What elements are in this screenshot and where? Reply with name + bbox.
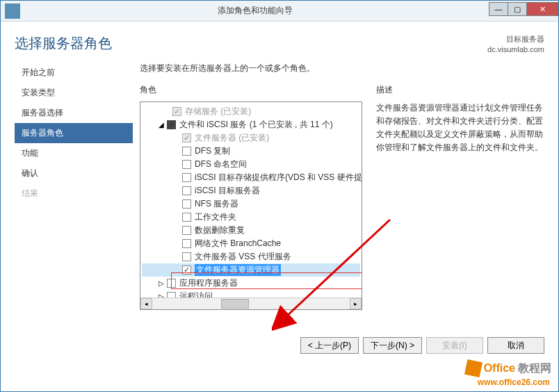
page-title: 选择服务器角色 (15, 34, 112, 53)
sidebar-item-results: 结果 (15, 183, 133, 204)
sidebar-item-server-roles[interactable]: 服务器角色 (15, 123, 133, 143)
cancel-button[interactable]: 取消 (487, 337, 544, 354)
tree-node-file-server[interactable]: 文件服务器 (已安装) (142, 131, 360, 145)
checkbox-icon[interactable] (182, 199, 191, 209)
checkbox-icon[interactable] (182, 186, 191, 195)
next-button[interactable]: 下一步(N) > (363, 337, 422, 354)
instruction-text: 选择要安装在所选服务器上的一个或多个角色。 (140, 63, 544, 74)
roles-label: 角色 (140, 84, 362, 96)
expand-icon[interactable]: ▷ (159, 279, 165, 287)
tree-node-file-iscsi[interactable]: ◢ 文件和 iSCSI 服务 (1 个已安装 , 共 11 个) (142, 118, 360, 131)
checkbox-icon[interactable] (182, 226, 191, 235)
tree-node-vss-agent[interactable]: 文件服务器 VSS 代理服务 (142, 250, 360, 263)
sidebar-item-features[interactable]: 功能 (15, 143, 133, 163)
minimize-button[interactable]: — (489, 2, 508, 16)
tree-node-iscsi-target[interactable]: iSCSI 目标服务器 (142, 184, 360, 197)
checkbox-icon[interactable] (167, 120, 176, 129)
watermark: Office教程网 (466, 361, 551, 376)
tree-node-storage-services[interactable]: 存储服务 (已安装) (142, 105, 360, 118)
tree-node-nfs-server[interactable]: NFS 服务器 (142, 197, 360, 211)
wizard-sidebar: 开始之前 安装类型 服务器选择 服务器角色 功能 确认 结果 (15, 63, 133, 310)
checkbox-icon[interactable] (182, 213, 191, 222)
tree-node-app-server[interactable]: ▷ 应用程序服务器 (142, 277, 360, 290)
wizard-footer: < 上一步(P) 下一步(N) > 安装(I) 取消 (300, 337, 544, 354)
tree-node-iscsi-provider[interactable]: iSCSI 目标存储提供程序(VDS 和 VSS 硬件提 (142, 171, 360, 184)
checkbox-icon[interactable] (182, 173, 191, 182)
title-bar: 添加角色和功能向导 — ▢ ✕ (1, 1, 558, 22)
collapse-icon[interactable]: ◢ (159, 121, 165, 129)
tree-node-branchcache[interactable]: 网络文件 BranchCache (142, 237, 360, 250)
tree-node-fsrm[interactable]: 文件服务器资源管理器 (142, 263, 360, 277)
checkbox-icon[interactable] (182, 252, 191, 261)
sidebar-item-confirm[interactable]: 确认 (15, 163, 133, 183)
previous-button[interactable]: < 上一步(P) (300, 337, 359, 354)
checkbox-icon[interactable] (167, 279, 176, 288)
checkbox-icon (182, 133, 191, 142)
tree-node-dfs-replication[interactable]: DFS 复制 (142, 145, 360, 158)
horizontal-scrollbar[interactable]: ◂ ▸ (140, 297, 362, 309)
watermark-url: www.office26.com (478, 377, 550, 387)
install-button: 安装(I) (426, 337, 483, 354)
checkbox-icon[interactable] (182, 160, 191, 169)
description-label: 描述 (376, 84, 544, 96)
scroll-left-button[interactable]: ◂ (140, 298, 152, 309)
scroll-thumb[interactable] (221, 299, 249, 309)
sidebar-item-server-selection[interactable]: 服务器选择 (15, 103, 133, 123)
roles-tree[interactable]: 存储服务 (已安装) ◢ 文件和 iSCSI 服务 (1 个已安装 , 共 11… (140, 101, 362, 310)
scroll-right-button[interactable]: ▸ (350, 298, 362, 309)
checkbox-icon (172, 107, 181, 116)
watermark-logo-icon (464, 359, 483, 377)
description-text: 文件服务器资源管理器通过计划文件管理任务和存储报告、对文件和文件夹进行分类、配置… (376, 101, 544, 155)
checkbox-icon[interactable] (182, 266, 191, 275)
close-button[interactable]: ✕ (526, 2, 558, 16)
target-server-info: 目标服务器 dc.visumlab.com (487, 34, 544, 56)
sidebar-item-before-begin[interactable]: 开始之前 (15, 63, 133, 83)
scroll-track[interactable] (152, 298, 350, 309)
window-title: 添加角色和功能向导 (20, 5, 489, 17)
target-label: 目标服务器 (487, 34, 544, 44)
app-icon (5, 3, 20, 19)
tree-node-dfs-namespace[interactable]: DFS 命名空间 (142, 158, 360, 171)
maximize-button[interactable]: ▢ (508, 2, 527, 16)
sidebar-item-install-type[interactable]: 安装类型 (15, 83, 133, 103)
checkbox-icon[interactable] (182, 239, 191, 248)
tree-node-dedup[interactable]: 数据删除重复 (142, 224, 360, 237)
tree-node-work-folders[interactable]: 工作文件夹 (142, 211, 360, 224)
target-value: dc.visumlab.com (487, 44, 544, 55)
checkbox-icon[interactable] (182, 147, 191, 156)
